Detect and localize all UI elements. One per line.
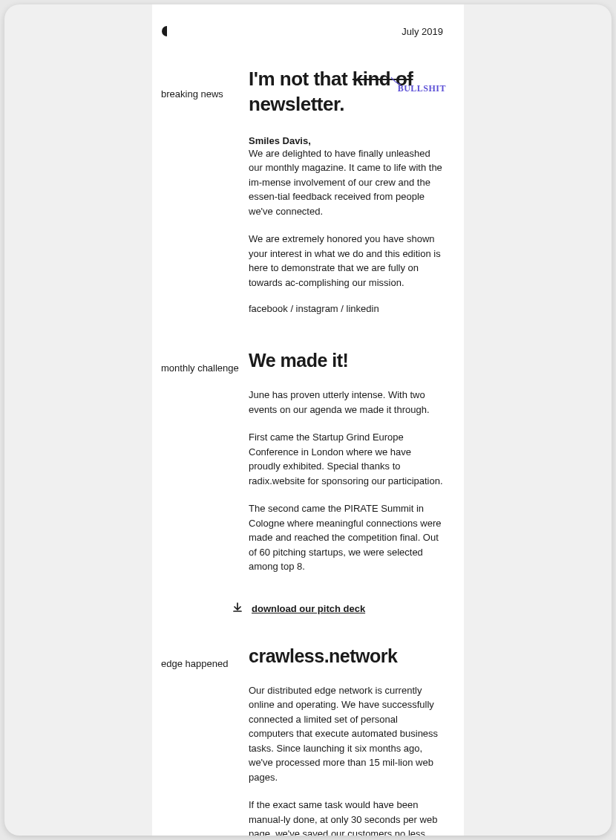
sidebar-label-breaking: breaking news: [161, 67, 249, 314]
monthly-para-3: The second came the PIRATE Summit in Col…: [249, 501, 443, 574]
instagram-link[interactable]: instagram: [296, 303, 338, 314]
headline-main: I'm not that kind of newsletter. BULLSHI…: [249, 67, 443, 117]
download-pitch-deck-link[interactable]: download our pitch deck: [252, 603, 365, 614]
logo-icon: [161, 25, 173, 37]
handwritten-annotation: BULLSHIT: [398, 83, 446, 95]
sidebar-label-monthly: monthly challenge: [161, 350, 249, 587]
facebook-link[interactable]: facebook: [249, 303, 288, 314]
content-column: July 2019 breaking news I'm not that kin…: [152, 4, 464, 836]
section-monthly-challenge: monthly challenge We made it! June has p…: [152, 350, 464, 587]
headline-text-2: newsletter.: [249, 93, 344, 115]
newsletter-card: July 2019 breaking news I'm not that kin…: [4, 4, 612, 836]
headline-text-1: I'm not that: [249, 68, 353, 90]
intro-para-2: We are extremely honored you have shown …: [249, 232, 443, 290]
headline-crawless: crawless.network: [249, 645, 443, 667]
sidebar-label-edge: edge happened: [161, 645, 249, 836]
greeting: Smiles Davis,: [249, 135, 443, 146]
issue-date: July 2019: [402, 26, 443, 37]
edge-para-2: If the exact same task would have been m…: [249, 798, 443, 836]
section-content: I'm not that kind of newsletter. BULLSHI…: [249, 67, 443, 314]
section-content: crawless.network Our distributed edge ne…: [249, 645, 443, 836]
intro-para-1: We are delighted to have finally unleash…: [249, 146, 443, 219]
download-row: download our pitch deck: [152, 602, 464, 616]
edge-para-1: Our distributed edge network is currentl…: [249, 683, 443, 785]
headline-made-it: We made it!: [249, 350, 443, 371]
section-edge-happened: edge happened crawless.network Our distr…: [152, 645, 464, 836]
section-content: We made it! June has proven utterly inte…: [249, 350, 443, 587]
header-row: July 2019: [152, 25, 464, 67]
social-links: facebook / instagram / linkedin: [249, 303, 443, 314]
linkedin-link[interactable]: linkedin: [347, 303, 379, 314]
monthly-para-2: First came the Startup Grind Europe Conf…: [249, 430, 443, 488]
monthly-para-1: June has proven utterly intense. With tw…: [249, 388, 443, 417]
section-breaking-news: breaking news I'm not that kind of newsl…: [152, 67, 464, 314]
download-icon: [232, 602, 252, 616]
